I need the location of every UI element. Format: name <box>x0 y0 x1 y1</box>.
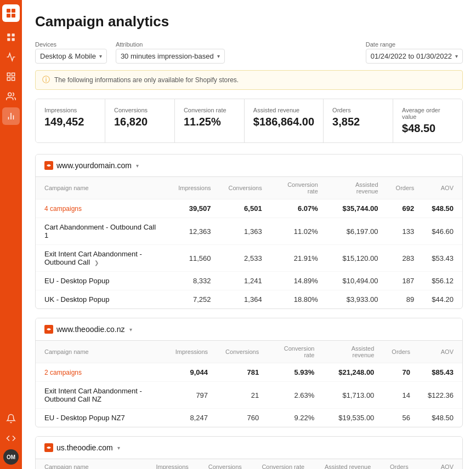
expand-icon[interactable]: ❯ <box>94 260 99 266</box>
nav-users-icon[interactable] <box>2 88 20 105</box>
metric-label: Conversions <box>114 107 166 113</box>
campaign-conversion-rate: 9.22% <box>268 409 323 427</box>
table-row: Exit Intent Cart Abandonment - Outbound … <box>36 245 462 272</box>
campaign-name: Cart Abandonment - Outbound Call 1 <box>44 223 156 239</box>
col-conversion-rate: Conversion rate <box>251 459 313 469</box>
summary-assisted-revenue: $35,744.00 <box>327 199 387 218</box>
summary-link[interactable]: 2 campaigns <box>44 369 82 376</box>
domain-header: www.theoodie.co.nz ▾ <box>36 318 462 341</box>
info-banner: ⓘ The following informations are only av… <box>35 70 463 90</box>
svg-rect-2 <box>7 14 10 18</box>
col-assisted-revenue: Assisted revenue <box>323 341 383 363</box>
col-conversion-rate: Conversion rate <box>268 341 323 363</box>
domain-chevron-icon[interactable]: ▾ <box>136 163 139 169</box>
devices-value: Desktop & Mobile <box>40 52 96 60</box>
avatar[interactable]: OM <box>3 449 19 465</box>
campaign-impressions: 12,363 <box>169 218 219 245</box>
date-range-select[interactable]: 01/24/2022 to 01/30/2022 ▾ <box>366 49 463 64</box>
summary-link[interactable]: 4 campaigns <box>44 205 82 213</box>
table-row: Exit Intent Cart Abandonment - Outbound … <box>36 382 462 409</box>
page-title: Campaign analytics <box>35 13 463 30</box>
campaign-name: EU - Desktop Popup NZ7 <box>44 414 125 422</box>
domain-header: www.yourdomain.com ▾ <box>36 155 462 177</box>
campaign-impressions: 8,247 <box>167 409 217 427</box>
metric-card: Conversion rate 11.25% <box>175 99 245 142</box>
attribution-value: 30 minutes impression-based <box>121 52 214 60</box>
domains-container: www.yourdomain.com ▾ Campaign name Impre… <box>35 154 463 469</box>
campaign-impressions: 11,560 <box>169 245 219 272</box>
summary-conversion-rate: 5.93% <box>268 363 323 382</box>
metric-label: Assisted revenue <box>253 107 314 113</box>
devices-label: Devices <box>35 41 107 48</box>
devices-select[interactable]: Desktop & Mobile ▾ <box>35 49 107 64</box>
domain-name: us.theoodie.com <box>56 443 113 452</box>
domain-chevron-icon[interactable]: ▾ <box>129 327 132 333</box>
campaign-conversions: 760 <box>217 409 268 427</box>
campaign-conversions: 1,241 <box>220 272 271 290</box>
campaign-name-cell: EU - Desktop Popup <box>36 272 169 290</box>
campaign-aov: $56.12 <box>423 272 462 290</box>
svg-rect-3 <box>12 14 15 18</box>
col-conversion-rate: Conversion rate <box>271 177 327 199</box>
metric-card: Average order value $48.50 <box>393 99 462 142</box>
campaign-orders: 283 <box>387 245 423 272</box>
table-row: EU - Desktop Popup 8,332 1,241 14.89% $1… <box>36 272 462 290</box>
app-logo[interactable] <box>2 4 20 22</box>
metric-cards: Impressions 149,452 Conversions 16,820 C… <box>35 99 463 143</box>
campaign-conversions: 21 <box>217 382 268 409</box>
filters-row: Devices Desktop & Mobile ▾ Attribution 3… <box>35 41 463 64</box>
summary-aov: $85.43 <box>419 363 462 382</box>
summary-link-cell[interactable]: 2 campaigns <box>36 363 167 382</box>
domain-name: www.theoodie.co.nz <box>56 325 125 334</box>
summary-assisted-revenue: $21,248.00 <box>323 363 383 382</box>
col-orders: Orders <box>379 459 417 469</box>
campaign-impressions: 7,252 <box>169 290 219 309</box>
domain-favicon <box>44 161 53 170</box>
summary-conversion-rate: 6.07% <box>271 199 327 218</box>
nav-code-icon[interactable] <box>2 430 20 447</box>
sidebar: OM <box>0 0 22 469</box>
col-assisted-revenue: Assisted revenue <box>313 459 379 469</box>
domain-section: www.theoodie.co.nz ▾ Campaign name Impre… <box>35 318 463 427</box>
metric-value: 11.25% <box>184 116 235 128</box>
campaign-name-cell: Exit Intent Cart Abandonment - Outbound … <box>36 382 167 409</box>
campaign-assisted-revenue: $3,933.00 <box>327 290 387 309</box>
metric-card: Conversions 16,820 <box>105 99 175 142</box>
campaign-name: Exit Intent Cart Abandonment - Outbound … <box>44 387 142 403</box>
col-impressions: Impressions <box>145 459 197 469</box>
devices-chevron-icon: ▾ <box>99 53 102 59</box>
metric-value: 16,820 <box>114 116 166 128</box>
campaign-conversions: 1,364 <box>220 290 271 309</box>
campaign-orders: 14 <box>383 382 419 409</box>
nav-analytics-icon[interactable] <box>2 48 20 66</box>
campaign-aov: $48.50 <box>419 409 462 427</box>
campaign-conversion-rate: 14.89% <box>271 272 327 290</box>
campaign-conversion-rate: 2.63% <box>268 382 323 409</box>
summary-link-cell[interactable]: 4 campaigns <box>36 199 169 218</box>
campaign-conversions: 2,533 <box>220 245 271 272</box>
svg-rect-10 <box>7 78 10 81</box>
svg-rect-5 <box>12 33 15 36</box>
campaign-name-cell: UK - Desktop Popup <box>36 290 169 309</box>
campaign-table: Campaign name Impressions Conversions Co… <box>36 459 462 469</box>
metric-value: 3,852 <box>332 116 384 128</box>
campaign-aov: $53.43 <box>423 245 462 272</box>
svg-rect-0 <box>7 9 10 13</box>
table-row: EU - Desktop Popup NZ7 8,247 760 9.22% $… <box>36 409 462 427</box>
campaign-conversion-rate: 18.80% <box>271 290 327 309</box>
nav-home-icon[interactable] <box>2 28 20 46</box>
svg-rect-4 <box>7 33 10 36</box>
campaign-name: UK - Desktop Popup <box>44 295 110 304</box>
campaign-conversion-rate: 11.02% <box>271 218 327 245</box>
domain-chevron-icon[interactable]: ▾ <box>117 445 120 451</box>
svg-rect-8 <box>7 73 10 76</box>
metric-card: Impressions 149,452 <box>36 99 105 142</box>
nav-bell-icon[interactable] <box>2 410 20 427</box>
nav-chart-icon[interactable] <box>2 107 20 125</box>
domain-name: www.yourdomain.com <box>56 161 132 170</box>
svg-rect-6 <box>7 38 10 41</box>
attribution-select[interactable]: 30 minutes impression-based ▾ <box>116 49 225 64</box>
col-conversions: Conversions <box>197 459 251 469</box>
metric-label: Average order value <box>402 107 454 120</box>
nav-grid-icon[interactable] <box>2 68 20 85</box>
